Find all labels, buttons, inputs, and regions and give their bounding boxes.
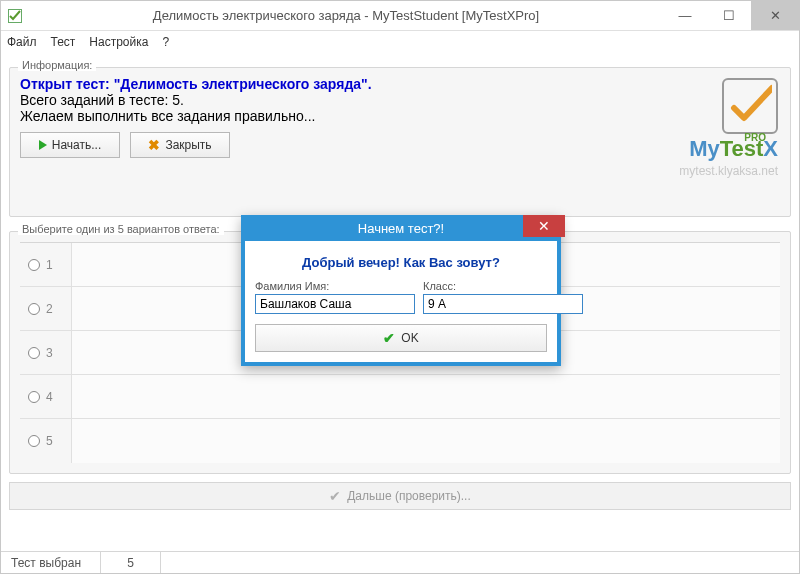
status-spacer <box>161 552 799 573</box>
status-count: 5 <box>101 552 161 573</box>
close-test-button-label: Закрыть <box>165 138 211 152</box>
option-number: 5 <box>46 434 53 448</box>
window-title: Делимость электрического заряда - MyTest… <box>29 8 663 23</box>
option-row[interactable]: 4 <box>20 375 780 419</box>
app-icon <box>7 8 23 24</box>
status-test-selected: Тест выбран <box>1 552 101 573</box>
info-line-2: Всего заданий в тесте: 5. <box>20 92 780 108</box>
dialog-greeting: Добрый вечер! Как Вас зовут? <box>255 255 547 270</box>
logo-checkbox-icon <box>722 78 778 134</box>
menu-test[interactable]: Тест <box>51 35 76 49</box>
ok-check-icon: ✔ <box>383 330 395 346</box>
name-input[interactable] <box>255 294 415 314</box>
radio-icon[interactable] <box>28 259 40 271</box>
option-body <box>72 375 780 418</box>
radio-icon[interactable] <box>28 347 40 359</box>
class-field-wrap: Класс: <box>423 280 583 314</box>
class-input[interactable] <box>423 294 583 314</box>
option-number: 3 <box>46 346 53 360</box>
start-button-label: Начать... <box>52 138 102 152</box>
play-icon <box>39 140 47 150</box>
info-line-3: Желаем выполнить все задания правильно..… <box>20 108 780 124</box>
start-button[interactable]: Начать... <box>20 132 120 158</box>
dialog-form: Фамилия Имя: Класс: <box>255 280 547 314</box>
info-group: Информация: Открыт тест: "Делимость элек… <box>9 67 791 217</box>
option-number: 2 <box>46 302 53 316</box>
minimize-button[interactable]: — <box>663 1 707 30</box>
info-line-1: Открыт тест: "Делимость электрического з… <box>20 76 780 92</box>
option-number: 1 <box>46 258 53 272</box>
window-buttons: — ☐ ✕ <box>663 1 799 30</box>
close-test-button[interactable]: ✖ Закрыть <box>130 132 230 158</box>
info-buttons: Начать... ✖ Закрыть <box>20 132 780 158</box>
next-button-label: Дальше (проверить)... <box>347 489 471 503</box>
menu-settings[interactable]: Настройка <box>89 35 148 49</box>
maximize-button[interactable]: ☐ <box>707 1 751 30</box>
radio-icon[interactable] <box>28 391 40 403</box>
question-group-label: Выберите один из 5 вариантов ответа: <box>18 223 224 235</box>
info-group-label: Информация: <box>18 59 96 71</box>
status-bar: Тест выбран 5 <box>1 551 799 573</box>
logo-url: mytest.klyaksa.net <box>679 164 778 178</box>
ok-button-label: OK <box>401 331 418 345</box>
radio-icon[interactable] <box>28 303 40 315</box>
start-test-dialog: Начнем тест?! ✕ Добрый вечер! Как Вас зо… <box>241 215 561 366</box>
dialog-close-button[interactable]: ✕ <box>523 215 565 237</box>
class-label: Класс: <box>423 280 583 292</box>
option-number: 4 <box>46 390 53 404</box>
close-button[interactable]: ✕ <box>751 1 799 30</box>
dialog-body: Добрый вечер! Как Вас зовут? Фамилия Имя… <box>245 241 557 362</box>
radio-icon[interactable] <box>28 435 40 447</box>
menu-file[interactable]: Файл <box>7 35 37 49</box>
check-icon: ✔ <box>329 488 341 504</box>
dialog-title: Начнем тест?! <box>358 221 444 236</box>
dialog-titlebar: Начнем тест?! ✕ <box>241 215 561 241</box>
brand-logo: PRO MyTestX mytest.klyaksa.net <box>679 78 778 178</box>
titlebar: Делимость электрического заряда - MyTest… <box>1 1 799 31</box>
name-field-wrap: Фамилия Имя: <box>255 280 415 314</box>
option-body <box>72 419 780 463</box>
ok-button[interactable]: ✔ OK <box>255 324 547 352</box>
option-row[interactable]: 5 <box>20 419 780 463</box>
menubar: Файл Тест Настройка ? <box>1 31 799 53</box>
name-label: Фамилия Имя: <box>255 280 415 292</box>
menu-help[interactable]: ? <box>162 35 169 49</box>
close-icon: ✖ <box>148 137 160 153</box>
logo-pro: PRO <box>744 132 766 143</box>
next-button[interactable]: ✔ Дальше (проверить)... <box>9 482 791 510</box>
